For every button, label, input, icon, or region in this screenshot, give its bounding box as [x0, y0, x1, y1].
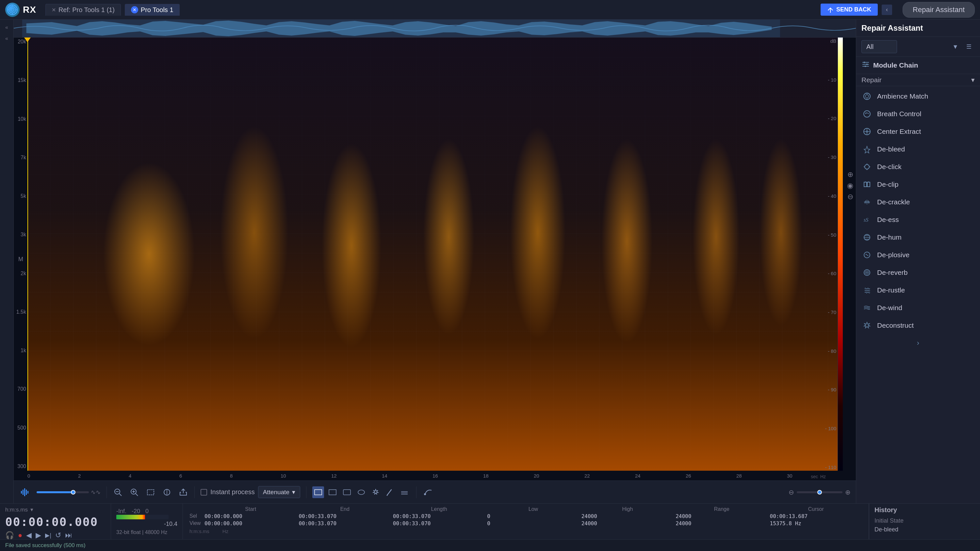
send-back-button[interactable]: SEND BACK: [821, 3, 878, 16]
module-item-de-crackle[interactable]: De-crackle: [856, 193, 980, 211]
svg-rect-10: [22, 490, 24, 495]
svg-line-56: [865, 200, 865, 204]
tab-ref[interactable]: ✕ Ref: Pro Tools 1 (1): [45, 4, 121, 16]
sel-eraser-tool[interactable]: [399, 486, 410, 498]
module-item-de-reverb[interactable]: De-reverb: [856, 264, 980, 281]
freq-select-button[interactable]: [162, 487, 172, 497]
sel-brush-tool[interactable]: [384, 486, 396, 498]
attenuate-select[interactable]: Attenuate ▾: [258, 486, 300, 498]
instant-process-area: Instant process Attenuate ▾: [200, 486, 300, 498]
zoom-in-button[interactable]: [129, 487, 140, 497]
module-item-breath-control[interactable]: Breath Control: [856, 105, 980, 123]
sel-lasso-tool[interactable]: [355, 486, 367, 498]
module-item-deconstruct[interactable]: Deconstruct: [856, 317, 980, 334]
play-sel-button[interactable]: ▶|: [45, 532, 51, 539]
db-peak-value: -10.4: [116, 521, 177, 527]
db-neg90: - 90: [824, 387, 836, 392]
gutter-collapse-icon[interactable]: «: [2, 23, 11, 32]
module-item-de-rustle[interactable]: De-rustle: [856, 281, 980, 299]
waveform-toolbar-icon[interactable]: [19, 486, 31, 498]
module-item-center-extract[interactable]: Center Extract: [856, 123, 980, 140]
zoom-out-h-button[interactable]: ⊖: [789, 488, 794, 496]
de-rustle-label: De-rustle: [877, 286, 905, 294]
m-label: M: [18, 256, 23, 262]
module-item-de-plosive[interactable]: De-plosive: [856, 246, 980, 264]
tab-main-close-icon[interactable]: ✕: [131, 6, 138, 13]
sidebar-scroll-down[interactable]: ›: [856, 335, 980, 351]
bit-depth-label: 32-bit float | 48000 Hz: [116, 529, 177, 535]
tab-main[interactable]: ✕ Pro Tools 1: [125, 4, 180, 16]
prev-button[interactable]: ◀: [26, 531, 32, 540]
instant-process-checkbox[interactable]: [200, 489, 207, 495]
time-26: 26: [686, 473, 691, 478]
repair-dropdown: Repair ▾: [856, 74, 980, 86]
svg-rect-24: [315, 490, 322, 495]
instant-process-label: Instant process: [210, 488, 255, 496]
selection-rect-button[interactable]: [145, 487, 156, 497]
module-item-de-hum[interactable]: De-hum: [856, 229, 980, 246]
sel-row-label: Sel: [189, 513, 202, 519]
zoom-h-slider[interactable]: [797, 491, 843, 493]
svg-rect-25: [329, 490, 336, 495]
col-header-length: Length: [393, 506, 485, 512]
filter-menu-button[interactable]: ☰: [963, 41, 975, 52]
ambience-match-icon: [861, 91, 872, 102]
freq-zoom-out-icon[interactable]: ⊖: [847, 192, 853, 201]
headphones-button[interactable]: 🎧: [5, 531, 14, 540]
level-meter: [116, 515, 169, 519]
svg-point-45: [865, 130, 868, 133]
svg-rect-26: [343, 490, 350, 495]
time-format-dropdown-icon[interactable]: ▾: [30, 506, 33, 513]
filter-select[interactable]: All Repair Enhance Utility: [861, 40, 897, 53]
zoom-out-button[interactable]: [113, 487, 123, 497]
module-item-de-clip[interactable]: De-clip: [856, 176, 980, 193]
module-item-de-wind[interactable]: De-wind: [856, 299, 980, 317]
play-button[interactable]: ▶: [36, 531, 41, 540]
sel-freq-tool[interactable]: [341, 486, 353, 498]
history-item-1[interactable]: De-bleed: [875, 525, 975, 534]
center-extract-icon: [861, 126, 872, 137]
gutter-expand-icon[interactable]: «: [2, 34, 11, 43]
spectrogram-area[interactable]: 20k 15k 10k 7k 5k 3k 2k 1.5k 1k 700 500 …: [14, 38, 856, 481]
app-logo-icon: [5, 3, 20, 17]
loop-button[interactable]: ↺: [55, 531, 61, 540]
hms-label: h:m:s.ms: [189, 529, 209, 534]
zoom-in-h-button[interactable]: ⊕: [845, 488, 851, 496]
collapse-arrow[interactable]: ‹: [882, 5, 892, 15]
history-item-0[interactable]: Initial State: [875, 516, 975, 525]
db-center-icon[interactable]: ◉: [847, 181, 853, 190]
sel-time-tool[interactable]: [327, 486, 339, 498]
waveform-overview[interactable]: [14, 20, 856, 38]
de-hum-icon: [861, 232, 872, 243]
status-level-section: -Inf. -20 0 -10.4 32-bit float | 48000 H…: [111, 504, 183, 539]
repair-assistant-title: Repair Assistant: [861, 24, 923, 33]
sel-rect-tool[interactable]: [312, 486, 324, 498]
de-crackle-label: De-crackle: [877, 198, 910, 206]
status-bottom-bar: File saved successfully (500 ms): [0, 539, 980, 551]
tab-ref-close-icon[interactable]: ✕: [52, 7, 56, 13]
volume-slider[interactable]: [37, 491, 89, 493]
timecode-display: 00:00:00.000: [5, 515, 105, 529]
record-button[interactable]: ●: [18, 531, 22, 540]
de-ess-icon: sS: [861, 214, 872, 225]
playhead: [27, 38, 28, 471]
module-item-de-bleed[interactable]: De-bleed: [856, 140, 980, 158]
module-item-ambience-match[interactable]: Ambience Match: [856, 87, 980, 105]
pitch-bend-tool[interactable]: [422, 486, 434, 498]
time-10: 10: [281, 473, 286, 478]
sidebar-filter-row: All Repair Enhance Utility ▾ ☰: [856, 37, 980, 57]
module-item-de-click[interactable]: De-click: [856, 158, 980, 176]
ambience-match-label: Ambience Match: [877, 92, 928, 100]
repair-assistant-button[interactable]: Repair Assistant: [902, 2, 975, 17]
pan-tool-button[interactable]: [178, 487, 188, 497]
repair-group-header[interactable]: Repair ▾: [861, 76, 975, 84]
freq-zoom-in-icon[interactable]: ⊕: [847, 170, 853, 179]
de-hum-label: De-hum: [877, 233, 902, 241]
module-item-de-ess[interactable]: sS De-ess: [856, 211, 980, 229]
module-chain-row[interactable]: Module Chain: [856, 57, 980, 74]
skip-end-button[interactable]: ⏭: [65, 531, 72, 540]
sel-magic-tool[interactable]: [370, 486, 382, 498]
spectrogram-canvas[interactable]: [27, 38, 838, 471]
svg-rect-12: [26, 490, 27, 495]
db-neg40: - 40: [824, 193, 836, 199]
